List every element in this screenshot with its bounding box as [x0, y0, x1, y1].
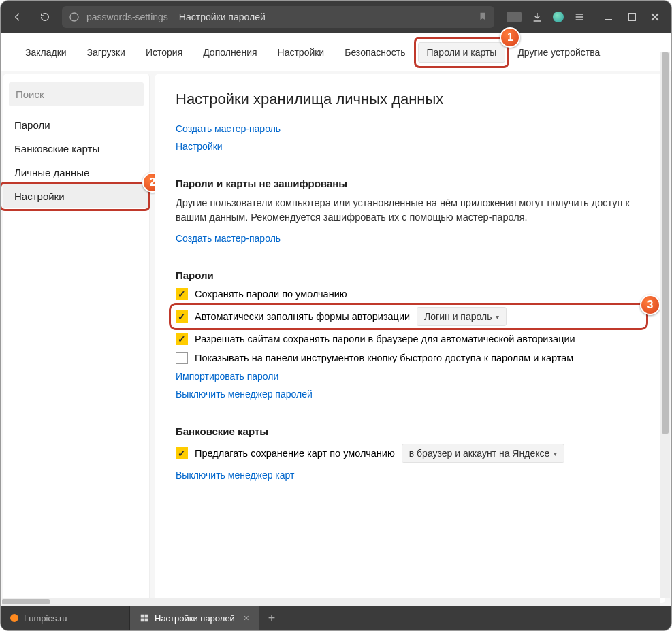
opt-toolbar-button[interactable]: Показывать на панели инструментов кнопку… — [176, 352, 644, 364]
encryption-text: Другие пользователи компьютера или устан… — [176, 196, 644, 225]
downloads-icon[interactable] — [531, 11, 543, 23]
toolbar-right — [507, 11, 586, 23]
opt-label: Предлагать сохранение карт по умолчанию — [195, 448, 395, 459]
dropdown-value: в браузер и аккаунт на Яндексе — [409, 448, 549, 459]
main-content: Настройки хранилища личных данных Создат… — [155, 74, 665, 603]
link-import-passwords[interactable]: Импортировать пароли — [176, 371, 278, 382]
sidebar-item-passwords[interactable]: Пароли — [3, 113, 149, 137]
nav-settings[interactable]: Настройки — [270, 43, 333, 62]
favicon — [140, 613, 149, 623]
opt-label: Разрешать сайтам сохранять пароли в брау… — [195, 334, 575, 344]
scrollbar-thumb[interactable] — [2, 599, 50, 604]
opt-label: Показывать на панели инструментов кнопку… — [195, 353, 573, 363]
checkbox-icon[interactable] — [176, 310, 188, 323]
checkbox-icon[interactable] — [176, 333, 188, 345]
cards-title: Банковские карты — [176, 425, 644, 437]
dropdown-value: Логин и пароль — [424, 311, 492, 322]
sidebar-item-cards[interactable]: Банковские карты — [3, 137, 149, 161]
svg-rect-3 — [141, 615, 144, 618]
tab-title: Настройки паролей — [155, 613, 235, 624]
link-create-master-2[interactable]: Создать мастер-пароль — [176, 233, 281, 244]
site-icon — [69, 12, 80, 22]
nav-passwords-cards[interactable]: Пароли и карты — [418, 42, 506, 63]
sidebar-search[interactable]: Поиск — [9, 82, 144, 106]
opt-autofill[interactable]: Автоматически заполнять формы авторизаци… — [176, 307, 644, 326]
sidebar-item-personal[interactable]: Личные данные — [3, 161, 149, 184]
extension-icon[interactable] — [507, 12, 522, 22]
svg-rect-2 — [628, 14, 635, 20]
checkbox-icon[interactable] — [176, 447, 188, 459]
address-slug: passwords-settings — [86, 12, 168, 22]
tab-strip: Lumpics.ru Настройки паролей × + — [1, 606, 671, 630]
link-disable-pwd-manager[interactable]: Выключить менеджер паролей — [176, 389, 313, 400]
svg-rect-6 — [145, 619, 148, 622]
link-create-master-1[interactable]: Создать мастер-пароль — [176, 123, 281, 134]
menu-icon[interactable] — [573, 11, 586, 23]
reload-button[interactable] — [35, 7, 55, 27]
vertical-scrollbar[interactable] — [660, 52, 670, 598]
nav-downloads[interactable]: Загрузки — [79, 43, 133, 62]
svg-rect-5 — [141, 619, 144, 622]
address-title: Настройки паролей — [179, 12, 266, 22]
nav-bookmarks[interactable]: Закладки — [17, 43, 75, 62]
favicon — [10, 614, 18, 622]
cards-dropdown[interactable]: в браузер и аккаунт на Яндексе ▾ — [402, 444, 564, 463]
checkbox-icon[interactable] — [176, 352, 188, 364]
chevron-down-icon: ▾ — [496, 313, 499, 321]
autofill-dropdown[interactable]: Логин и пароль ▾ — [417, 307, 507, 326]
browser-titlebar: passwords-settings Настройки паролей — [1, 1, 671, 33]
scrollbar-thumb[interactable] — [662, 52, 669, 434]
link-settings[interactable]: Настройки — [176, 141, 223, 152]
encryption-title: Пароли и карты не зашифрованы — [176, 178, 644, 189]
bookmark-icon[interactable] — [478, 12, 487, 23]
opt-label: Автоматически заполнять формы авторизаци… — [195, 311, 410, 322]
window-minimize[interactable] — [599, 7, 618, 27]
svg-rect-4 — [145, 615, 148, 618]
passwords-title: Пароли — [176, 270, 644, 281]
page-heading: Настройки хранилища личных данных — [176, 91, 644, 108]
checkbox-icon[interactable] — [176, 288, 188, 300]
link-disable-card-manager[interactable]: Выключить менеджер карт — [176, 470, 294, 481]
window-maximize[interactable] — [622, 7, 641, 27]
nav-history[interactable]: История — [138, 43, 191, 62]
window-close[interactable] — [645, 7, 665, 27]
tab-title: Lumpics.ru — [24, 613, 67, 624]
tab-settings[interactable]: Настройки паролей × — [130, 606, 259, 630]
opt-allow-sites[interactable]: Разрешать сайтам сохранять пароли в брау… — [176, 333, 644, 345]
opt-save-passwords[interactable]: Сохранять пароли по умолчанию — [176, 288, 644, 300]
back-button[interactable] — [7, 7, 28, 27]
nav-other-devices[interactable]: Другие устройства — [509, 43, 608, 62]
opt-save-cards[interactable]: Предлагать сохранение карт по умолчанию … — [176, 444, 644, 463]
tab-close-icon[interactable]: × — [244, 613, 249, 624]
nav-security[interactable]: Безопасность — [336, 43, 413, 62]
opt-label: Сохранять пароли по умолчанию — [195, 289, 347, 300]
profile-icon[interactable] — [553, 12, 564, 22]
tab-lumpics[interactable]: Lumpics.ru — [1, 606, 130, 630]
sidebar-item-settings[interactable]: Настройки — [3, 184, 149, 208]
settings-top-nav: Закладки Загрузки История Дополнения Нас… — [1, 33, 671, 71]
horizontal-scrollbar[interactable] — [2, 598, 660, 606]
svg-point-0 — [70, 13, 78, 21]
nav-addons[interactable]: Дополнения — [195, 43, 265, 62]
settings-sidebar: Поиск Пароли Банковские карты Личные дан… — [3, 74, 150, 603]
new-tab-button[interactable]: + — [259, 606, 284, 630]
address-bar[interactable]: passwords-settings Настройки паролей — [62, 6, 494, 28]
chevron-down-icon: ▾ — [554, 450, 557, 457]
